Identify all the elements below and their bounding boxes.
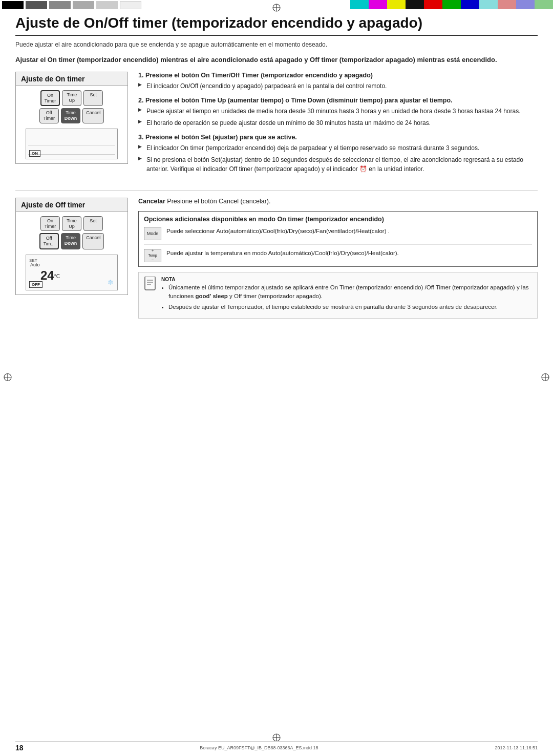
step-2-detail-1: Puede ajustar el tiempo en unidades de m… xyxy=(138,107,538,116)
set-btn[interactable]: Set xyxy=(83,90,103,107)
fan-icon: ❄️ xyxy=(108,280,113,285)
on-timer-header: Ajuste de On timer xyxy=(16,72,127,86)
off-temp-value: 24 xyxy=(40,268,54,283)
on-timer-remote: OnTimer TimeUp Set OffTimer TimeDown Can… xyxy=(16,86,127,163)
off-time-down-btn[interactable]: TimeDown xyxy=(61,233,81,249)
on-badge: ON xyxy=(29,150,40,157)
option-mode: Mode Puede seleccionar Auto(automático)/… xyxy=(144,227,532,245)
temp-icon-box: + Temp − xyxy=(144,249,161,262)
mark-gray2 xyxy=(49,1,71,9)
svg-rect-12 xyxy=(145,277,155,290)
nota-item-1: Únicamente el último temporizador ajusta… xyxy=(168,283,532,301)
mark-white xyxy=(120,1,141,9)
reg-mark-top xyxy=(272,3,281,14)
temp-row: SET 24 °C xyxy=(30,268,113,283)
off-timer-remote: OnTimer TimeUp Set OffTim... TimeDown Ca… xyxy=(16,212,127,295)
cancel-btn[interactable]: Cancel xyxy=(82,108,104,123)
mark-gray3 xyxy=(73,1,94,9)
on-timer-section: Ajuste de On timer OnTimer TimeUp Set Of… xyxy=(15,72,538,180)
magenta-block xyxy=(369,0,387,9)
grayscale-marks xyxy=(0,0,143,10)
display-line-1 xyxy=(28,137,115,145)
off-time-up-btn[interactable]: TimeUp xyxy=(62,216,81,232)
off-timer-panel: Ajuste de Off timer OnTimer TimeUp Set O… xyxy=(15,198,128,319)
mode-option-text: Puede seleccionar Auto(automático)/Cool(… xyxy=(166,227,532,235)
footer-right: 2012-11-13 11:16:51 xyxy=(495,745,538,750)
light-green-block xyxy=(535,0,553,9)
off-timer-right: Cancelar Presione el botón Cancel (cance… xyxy=(138,198,538,319)
yellow-block xyxy=(387,0,406,9)
off-timer-section: Ajuste de Off timer OnTimer TimeUp Set O… xyxy=(15,198,538,319)
color-registration-bar xyxy=(350,0,553,9)
step-1-title: 1. Presione el botón On Timer/Off Timer … xyxy=(138,72,538,79)
opciones-box: Opciones adicionales disponibles en modo… xyxy=(138,211,538,267)
temp-option-text: Puede ajustar la temperatura en modo Aut… xyxy=(166,249,532,257)
off-off-timer-btn[interactable]: OffTim... xyxy=(39,233,59,249)
set-label: SET xyxy=(29,258,37,263)
page-footer: 18 Boracay EU_AR09FSFT@_IB_DB68-03366A_E… xyxy=(15,741,538,752)
nota-text: Únicamente el último temporizador ajusta… xyxy=(161,283,532,312)
subtitle-text: Puede ajustar el aire acondicionado para… xyxy=(15,41,538,48)
on-timer-steps: 1. Presione el botón On Timer/Off Timer … xyxy=(138,72,538,180)
page-content: Ajuste de On/Off timer (temporizador enc… xyxy=(15,14,538,736)
button-row-bottom: OffTimer TimeDown Cancel xyxy=(39,108,104,123)
step-2-detail-2: El horario de operación se puede ajustar… xyxy=(138,118,538,128)
reg-mark-left xyxy=(3,373,12,384)
temp-minus: − xyxy=(152,258,154,262)
off-button-row-top: OnTimer TimeUp Set xyxy=(40,216,103,232)
reg-mark-right xyxy=(541,373,550,384)
nota-list: Únicamente el último temporizador ajusta… xyxy=(161,283,532,312)
black-block xyxy=(406,0,424,9)
mode-icon-box: Mode xyxy=(144,227,161,240)
step-3-title: 3. Presione el botón Set (ajustar) para … xyxy=(138,134,538,141)
cancel-label: Cancelar xyxy=(138,198,165,205)
off-timer-display: Auto SET 24 °C ❄️ OFF xyxy=(26,255,118,290)
on-timer-box: Ajuste de On timer OnTimer TimeUp Set Of… xyxy=(15,72,128,164)
off-button-row-bottom: OffTim... TimeDown Cancel xyxy=(39,233,104,249)
time-up-btn[interactable]: TimeUp xyxy=(62,90,81,107)
off-set-btn[interactable]: Set xyxy=(83,216,103,232)
bold-intro-text: Ajustar el On timer (temporizador encend… xyxy=(15,55,538,65)
nota-label: NOTA xyxy=(161,277,532,282)
nota-icon xyxy=(144,277,156,314)
mode-label: Mode xyxy=(147,231,159,236)
nota-content: NOTA Únicamente el último temporizador a… xyxy=(161,277,532,314)
step-3-detail-1: El indicador On timer (temporizador ence… xyxy=(138,143,538,153)
temp-label: Temp xyxy=(148,254,157,257)
nota-item-2: Después de ajustar el Temporizador, el t… xyxy=(168,303,532,311)
step-2: 2. Presione el botón Time Up (aumentar t… xyxy=(138,97,538,128)
footer-left: Boracay EU_AR09FSFT@_IB_DB68-03366A_ES.i… xyxy=(200,745,318,750)
cancel-text: Presione el botón Cancel (cancelar). xyxy=(167,198,270,205)
display-line-2 xyxy=(28,146,115,155)
off-cancel-btn[interactable]: Cancel xyxy=(82,233,104,249)
nota-box: NOTA Únicamente el último temporizador a… xyxy=(138,272,538,319)
option-temp: + Temp − Puede ajustar la temperatura en… xyxy=(144,249,532,262)
step-3-detail-2: Si no presiona el botón Set(ajustar) den… xyxy=(138,155,538,174)
page-number: 18 xyxy=(15,744,24,752)
on-timer-btn[interactable]: OnTimer xyxy=(40,90,60,107)
off-auto-label: Auto xyxy=(30,262,113,267)
off-timer-btn[interactable]: OffTimer xyxy=(39,108,59,123)
off-timer-box: Ajuste de Off timer OnTimer TimeUp Set O… xyxy=(15,198,128,295)
cancel-line: Cancelar Presione el botón Cancel (cance… xyxy=(138,198,538,205)
off-temp-unit: °C xyxy=(54,274,60,279)
time-down-btn[interactable]: TimeDown xyxy=(61,108,81,123)
off-badge: OFF xyxy=(29,281,42,288)
button-row-top: OnTimer TimeUp Set xyxy=(40,90,103,107)
blue-block xyxy=(461,0,479,9)
step-3: 3. Presione el botón Set (ajustar) para … xyxy=(138,134,538,174)
page-title: Ajuste de On/Off timer (temporizador enc… xyxy=(15,14,538,36)
step-2-title: 2. Presione el botón Time Up (aumentar t… xyxy=(138,97,538,104)
off-timer-header: Ajuste de Off timer xyxy=(16,198,127,212)
mark-gray1 xyxy=(26,1,47,9)
step-1: 1. Presione el botón On Timer/Off Timer … xyxy=(138,72,538,91)
mark-gray4 xyxy=(96,1,118,9)
mark-black xyxy=(2,1,24,9)
light-red-block xyxy=(498,0,516,9)
temp-plus: + xyxy=(152,248,154,253)
off-on-timer-btn[interactable]: OnTimer xyxy=(40,216,60,232)
section-divider xyxy=(15,190,538,191)
light-cyan-block xyxy=(479,0,498,9)
cyan-block xyxy=(350,0,369,9)
step-1-detail-1: El indicador On/Off (encendido y apagado… xyxy=(138,81,538,91)
